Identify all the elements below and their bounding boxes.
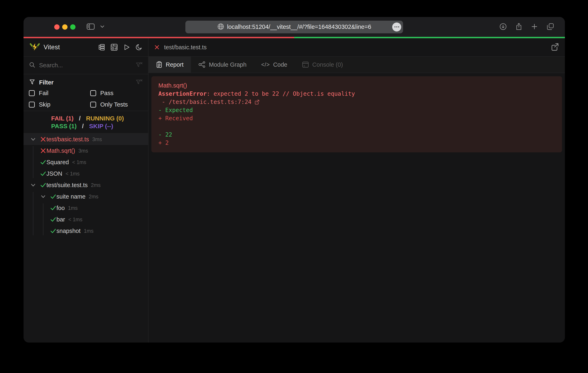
filter-checkbox-only-tests[interactable]: Only Tests	[90, 99, 143, 110]
close-window-button[interactable]	[54, 24, 60, 30]
app-title: Vitest	[43, 43, 60, 51]
browser-window: localhost:51204/__vitest__/#/?file=16484…	[23, 17, 565, 342]
duration: < 1ms	[68, 217, 83, 222]
search-bar	[23, 57, 148, 74]
duration: < 1ms	[65, 171, 80, 177]
chevron-down-icon[interactable]	[40, 193, 46, 200]
filter-checkbox-fail[interactable]: Fail	[29, 87, 90, 99]
search-icon	[29, 62, 35, 69]
filter-heading: Filter	[39, 79, 54, 86]
main-pane: test/basic.test.ts Report Module Graph <…	[148, 38, 565, 342]
new-tab-button[interactable]	[531, 23, 538, 31]
progress-fail-segment	[23, 37, 294, 38]
fail-icon	[40, 148, 46, 154]
fail-count: FAIL (1)	[51, 115, 74, 122]
running-count: RUNNING (0)	[86, 115, 124, 122]
duration: < 1ms	[72, 159, 86, 165]
run-all-icon[interactable]	[123, 44, 130, 51]
checkbox-icon[interactable]	[90, 102, 96, 108]
fail-icon	[40, 136, 46, 142]
pass-icon	[50, 228, 56, 234]
summary-line-1: FAIL (1) / RUNNING (0)	[51, 114, 148, 122]
address-bar[interactable]: localhost:51204/__vitest__/#/?file=16484…	[185, 21, 403, 33]
duration: 2ms	[91, 182, 100, 188]
tab-code[interactable]: </> Code	[254, 57, 295, 73]
console-icon	[302, 61, 309, 68]
share-button[interactable]	[515, 23, 522, 31]
close-tab-icon[interactable]	[154, 45, 160, 50]
diff-received-value: + 2	[158, 139, 555, 147]
page-options-button[interactable]	[392, 22, 401, 31]
open-file-tab: test/basic.test.ts	[148, 38, 565, 57]
skip-count: SKIP (--)	[89, 123, 113, 129]
clear-filter-icon[interactable]	[136, 79, 143, 86]
tab-module-graph[interactable]: Module Graph	[191, 57, 254, 73]
open-file-title: test/basic.test.ts	[164, 44, 207, 51]
dashboard-icon[interactable]	[110, 43, 118, 51]
collapse-tree-icon[interactable]	[98, 44, 105, 51]
chevron-down-icon[interactable]	[30, 136, 36, 142]
diff-received-label: + Received	[158, 114, 555, 123]
tree-row-file[interactable]: test/basic.test.ts 3ms	[23, 134, 148, 145]
test-summary: FAIL (1) / RUNNING (0) PASS (1) / SKIP (…	[23, 111, 148, 134]
report-icon	[156, 61, 162, 68]
open-in-editor-icon[interactable]	[254, 99, 260, 105]
diff-expected-label: - Expected	[158, 106, 555, 114]
filter-checkbox-skip[interactable]: Skip	[29, 99, 90, 110]
view-tabs: Report Module Graph </> Code Console (0)	[148, 57, 565, 73]
stack-trace-line: - /test/basic.test.ts:7:24	[158, 98, 555, 106]
vitest-logo-icon	[29, 42, 40, 53]
duration: 1ms	[84, 228, 94, 234]
indent-guide	[43, 204, 43, 235]
zoom-window-button[interactable]	[70, 24, 75, 30]
pass-icon	[40, 182, 46, 188]
duration: 1ms	[68, 205, 78, 211]
pass-icon	[50, 205, 56, 211]
tree-row-test[interactable]: Math.sqrt() 3ms	[23, 145, 148, 156]
checkbox-icon[interactable]	[29, 102, 35, 108]
tree-row-suite[interactable]: suite name 2ms	[23, 191, 148, 202]
tree-row-test[interactable]: Squared < 1ms	[23, 156, 148, 168]
filter-checkbox-pass[interactable]: Pass	[90, 87, 143, 99]
clear-search-filter-icon[interactable]	[136, 62, 143, 69]
checkbox-icon[interactable]	[29, 90, 35, 96]
dark-mode-icon[interactable]	[136, 44, 142, 51]
browser-titlebar: localhost:51204/__vitest__/#/?file=16484…	[23, 17, 565, 37]
sidebar-header: Vitest	[23, 38, 148, 57]
blank-line	[158, 123, 555, 131]
toggle-sidebar-icon[interactable]	[86, 23, 95, 31]
sidebar: Vitest	[23, 38, 148, 342]
globe-icon	[217, 23, 224, 31]
chevron-down-icon[interactable]	[30, 182, 36, 188]
diff-expected-value: - 22	[158, 131, 555, 139]
progress-pass-segment	[294, 37, 565, 38]
ellipsis-icon	[394, 26, 399, 27]
open-in-editor-icon[interactable]	[551, 42, 559, 52]
pass-icon	[40, 171, 46, 177]
failed-test-name: Math.sqrt()	[158, 81, 555, 90]
downloads-button[interactable]	[499, 23, 507, 31]
tree-row-test[interactable]: snapshot 1ms	[23, 225, 148, 237]
tree-row-test[interactable]: foo 1ms	[23, 202, 148, 214]
pass-count: PASS (1)	[51, 123, 76, 129]
pass-icon	[40, 159, 46, 165]
tree-row-test[interactable]: JSON < 1ms	[23, 168, 148, 179]
tree-row-file[interactable]: test/suite.test.ts 2ms	[23, 179, 148, 191]
summary-line-2: PASS (1) / SKIP (--)	[51, 122, 148, 130]
minimize-window-button[interactable]	[62, 24, 67, 30]
checkbox-icon[interactable]	[90, 90, 96, 96]
filter-section: Filter Fail Pass	[23, 74, 148, 111]
search-input[interactable]	[39, 62, 132, 69]
report-view: Math.sqrt() AssertionError: expected 2 t…	[148, 73, 565, 342]
tab-overview-button[interactable]	[546, 23, 554, 31]
chevron-down-icon[interactable]	[100, 25, 104, 29]
test-tree: test/basic.test.ts 3ms Math.sqrt() 3ms S…	[23, 134, 148, 342]
error-panel: Math.sqrt() AssertionError: expected 2 t…	[151, 76, 562, 152]
tab-console[interactable]: Console (0)	[295, 57, 350, 73]
filter-icon	[29, 79, 35, 86]
test-progress-bar	[23, 37, 565, 38]
tree-row-test[interactable]: bar < 1ms	[23, 214, 148, 225]
tab-report[interactable]: Report	[148, 57, 191, 73]
duration: 3ms	[78, 148, 88, 154]
duration: 2ms	[89, 194, 98, 200]
